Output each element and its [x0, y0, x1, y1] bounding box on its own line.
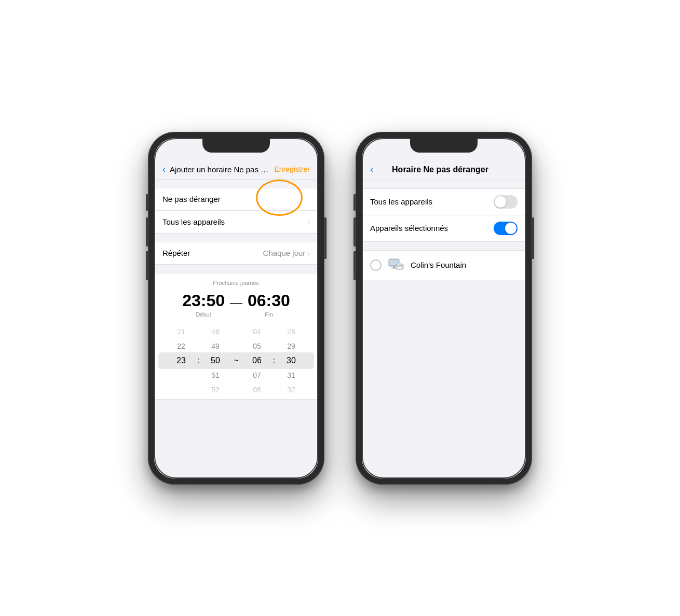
- device-icon: [387, 256, 405, 275]
- screen-content-1: Ne pas déranger Tous les appareils › Rép…: [154, 180, 318, 478]
- p-s-h-sel: 23: [176, 356, 186, 365]
- start-time-label: Début: [196, 311, 211, 318]
- all-devices-toggle-row[interactable]: Tous les appareils: [362, 188, 526, 215]
- repeat-section: Répéter Chaque jour ›: [154, 242, 318, 265]
- p-s-m-1: 48: [211, 327, 220, 336]
- nav-title-2: Horaire Ne pas déranger: [373, 165, 507, 174]
- p-e-m-sel: 30: [287, 356, 296, 365]
- svg-rect-6: [397, 267, 402, 268]
- notch: [202, 138, 270, 153]
- selected-devices-toggle-row[interactable]: Appareils sélectionnés: [362, 215, 526, 242]
- dnd-label: Ne pas déranger: [162, 195, 221, 203]
- all-devices-value: ›: [307, 217, 310, 226]
- end-time-block: 06:30 Fin: [248, 291, 290, 318]
- picker-tilde: ~: [228, 356, 244, 365]
- p-e-m-2: 29: [287, 342, 295, 350]
- picker-row-2: 22 49 05 29: [154, 339, 318, 353]
- svg-rect-5: [397, 263, 401, 265]
- start-time-value: 23:50: [182, 291, 225, 310]
- start-time-block: 23:50 Début: [182, 291, 225, 318]
- end-time-value: 06:30: [248, 291, 290, 310]
- picker-container[interactable]: 21 48 04 28: [154, 322, 318, 400]
- picker-row-selected: 23 : 50 ~ 06 : 30: [154, 353, 318, 368]
- all-devices-toggle[interactable]: [494, 195, 518, 209]
- p-e-m-5: 32: [287, 386, 295, 394]
- dnd-row: Ne pas déranger: [154, 188, 318, 211]
- p-s-m-sel: 50: [211, 356, 220, 365]
- p-s-h-1: 21: [177, 327, 185, 336]
- nav-title-1: Ajouter un horaire Ne pas d…: [170, 165, 270, 174]
- svg-rect-3: [391, 268, 397, 269]
- toggle-section: Tous les appareils Appareils sélectionné…: [362, 188, 526, 242]
- phone-2: ‹ Horaire Ne pas déranger Tous les appar…: [356, 132, 532, 485]
- do-not-disturb-section: Ne pas déranger Tous les appareils ›: [154, 188, 318, 234]
- svg-rect-2: [393, 266, 395, 268]
- all-devices-label: Tous les appareils: [162, 217, 225, 226]
- picker-row-1: 21 48 04 28: [154, 324, 318, 339]
- p-s-m-5: 52: [211, 386, 220, 394]
- p-e-h-5: 08: [253, 386, 261, 394]
- section-divider: [362, 242, 526, 250]
- time-section: Prochaine journée 23:50 Début — 06:30 Fi…: [154, 273, 318, 400]
- time-dash: —: [230, 291, 242, 310]
- next-day-label: Prochaine journée: [162, 280, 310, 286]
- notch-2: [410, 138, 478, 153]
- time-header: Prochaine journée 23:50 Début — 06:30 Fi…: [154, 273, 318, 322]
- p-e-h-sel: 06: [252, 356, 262, 365]
- picker-row-4: 51 07 31: [154, 368, 318, 382]
- p-s-h-2: 22: [177, 342, 185, 350]
- phone-1: ‹ Ajouter un horaire Ne pas d… Enregistr…: [148, 132, 324, 485]
- selected-devices-toggle[interactable]: [494, 222, 518, 235]
- screen-content-2: Tous les appareils Appareils sélectionné…: [362, 180, 526, 478]
- nav-bar-1: ‹ Ajouter un horaire Ne pas d… Enregistr…: [154, 161, 318, 180]
- p-e-m-1: 28: [287, 327, 295, 336]
- all-devices-toggle-label: Tous les appareils: [370, 197, 432, 206]
- nav-bar-2: ‹ Horaire Ne pas déranger: [362, 161, 526, 180]
- p-e-m-4: 31: [287, 371, 295, 379]
- repeat-value: Chaque jour ›: [263, 249, 310, 257]
- device-radio[interactable]: [370, 259, 382, 271]
- save-button[interactable]: Enregistrer: [275, 165, 310, 173]
- p-e-h-4: 07: [253, 371, 261, 379]
- device-row[interactable]: Colin's Fountain: [362, 250, 526, 280]
- back-chevron-1: ‹: [162, 165, 166, 174]
- repeat-chevron: ›: [307, 249, 310, 257]
- time-display: 23:50 Début — 06:30 Fin: [162, 287, 310, 320]
- selected-devices-toggle-label: Appareils sélectionnés: [370, 224, 448, 232]
- p-s-m-4: 51: [211, 371, 220, 379]
- back-button-1[interactable]: ‹: [162, 165, 166, 174]
- svg-rect-7: [397, 268, 402, 268]
- p-e-h-1: 04: [253, 327, 261, 336]
- device-name: Colin's Fountain: [411, 261, 466, 269]
- all-devices-chevron: ›: [307, 217, 310, 226]
- p-e-h-2: 05: [253, 342, 261, 350]
- all-devices-row[interactable]: Tous les appareils ›: [154, 211, 318, 234]
- phone-1-screen: ‹ Ajouter un horaire Ne pas d… Enregistr…: [154, 138, 318, 478]
- phone-2-screen: ‹ Horaire Ne pas déranger Tous les appar…: [362, 138, 526, 478]
- picker-row-5: 52 08 32: [154, 382, 318, 397]
- repeat-label: Répéter: [162, 249, 190, 257]
- repeat-value-text: Chaque jour: [263, 249, 306, 257]
- repeat-row[interactable]: Répéter Chaque jour ›: [154, 242, 318, 265]
- p-s-m-2: 49: [211, 342, 220, 350]
- computer-icon-svg: [387, 256, 405, 275]
- end-time-label: Fin: [265, 311, 273, 318]
